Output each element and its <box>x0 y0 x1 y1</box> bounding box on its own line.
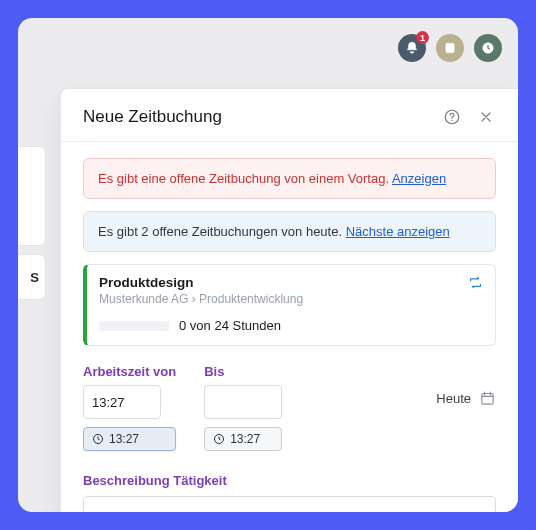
alert-error: Es gibt eine offene Zeitbuchung von eine… <box>83 158 496 199</box>
note-icon <box>443 41 457 55</box>
close-icon <box>478 109 494 125</box>
clock-icon <box>92 433 104 445</box>
help-button[interactable] <box>442 107 462 127</box>
time-from-chip-text: 13:27 <box>109 432 139 446</box>
svg-point-3 <box>451 120 453 122</box>
clock-icon <box>481 41 495 55</box>
divider <box>61 141 518 142</box>
task-hours-text: 0 von 24 Stunden <box>179 318 281 333</box>
task-client: Musterkunde AG <box>99 292 188 306</box>
calendar-icon <box>479 390 496 407</box>
clock-icon <box>213 433 225 445</box>
svg-rect-6 <box>482 394 493 405</box>
repeat-icon <box>468 275 483 294</box>
svg-rect-0 <box>446 43 454 52</box>
task-path: Musterkunde AG › Produktentwicklung <box>99 292 483 306</box>
close-button[interactable] <box>476 107 496 127</box>
time-entry-modal: Neue Zeitbuchung Es gibt eine offene Zei… <box>60 88 518 512</box>
task-title: Produktdesign <box>99 275 483 290</box>
alert-info-text: Es gibt 2 offene Zeitbuchungen von heute… <box>98 224 346 239</box>
task-project: Produktentwicklung <box>199 292 303 306</box>
app-background: 1 S Neue Zeitbuchung Es gibt eine offene… <box>18 18 518 512</box>
task-progress-bar <box>99 321 169 331</box>
stub-letter: S <box>30 270 39 285</box>
time-from-input[interactable] <box>83 385 161 419</box>
bell-icon <box>405 41 419 55</box>
time-to-chip-text: 13:27 <box>230 432 260 446</box>
top-bar: 1 <box>18 18 518 78</box>
notification-badge: 1 <box>416 31 429 44</box>
today-selector[interactable]: Heute <box>436 390 496 407</box>
time-from-label: Arbeitszeit von <box>83 364 176 379</box>
alert-error-link[interactable]: Anzeigen <box>392 171 446 186</box>
path-separator: › <box>188 292 199 306</box>
description-label: Beschreibung Tätigkeit <box>83 473 496 488</box>
alert-info-link[interactable]: Nächste anzeigen <box>346 224 450 239</box>
task-card[interactable]: Produktdesign Musterkunde AG › Produkten… <box>83 264 496 346</box>
today-label: Heute <box>436 391 471 406</box>
notifications-button[interactable]: 1 <box>398 34 426 62</box>
task-hours: 0 von 24 Stunden <box>99 318 483 333</box>
time-row: Arbeitszeit von 13:27 Bis 13:27 Heute <box>83 364 496 451</box>
time-tracking-button[interactable] <box>474 34 502 62</box>
alert-error-text: Es gibt eine offene Zeitbuchung von eine… <box>98 171 392 186</box>
background-panel-1 <box>18 146 46 246</box>
time-from-now-chip[interactable]: 13:27 <box>83 427 176 451</box>
help-icon <box>443 108 461 126</box>
time-to-column: Bis 13:27 <box>204 364 282 451</box>
background-panel-2: S <box>18 254 46 300</box>
time-to-label: Bis <box>204 364 282 379</box>
modal-actions <box>442 107 496 127</box>
modal-header: Neue Zeitbuchung <box>83 107 496 127</box>
modal-title: Neue Zeitbuchung <box>83 107 222 127</box>
time-to-now-chip[interactable]: 13:27 <box>204 427 282 451</box>
description-input[interactable] <box>83 496 496 512</box>
alert-info: Es gibt 2 offene Zeitbuchungen von heute… <box>83 211 496 252</box>
time-to-input[interactable] <box>204 385 282 419</box>
notes-button[interactable] <box>436 34 464 62</box>
time-from-column: Arbeitszeit von 13:27 <box>83 364 176 451</box>
